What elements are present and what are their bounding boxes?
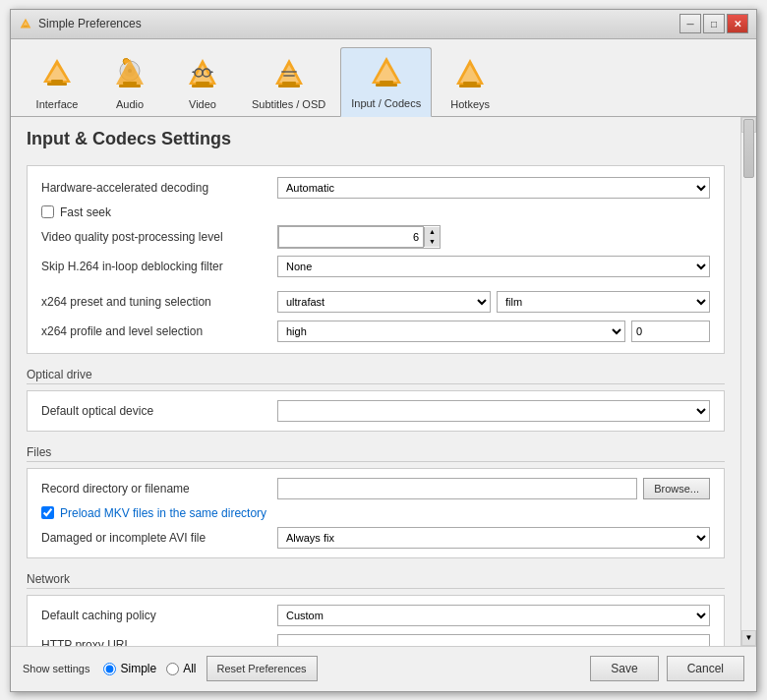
- scrollbar-down-arrow[interactable]: ▼: [741, 630, 756, 646]
- simple-radio[interactable]: [103, 663, 116, 675]
- files-section-header: Files: [27, 441, 725, 462]
- spin-down-button[interactable]: ▼: [424, 237, 440, 247]
- x264-preset-row: x264 preset and tuning selection ultrafa…: [41, 290, 710, 314]
- hardware-decoding-select[interactable]: Automatic: [277, 177, 710, 199]
- save-button[interactable]: Save: [590, 656, 658, 681]
- page-title: Input & Codecs Settings: [27, 129, 725, 149]
- maximize-button[interactable]: □: [703, 14, 725, 33]
- video-quality-row: Video quality post-processing level ▲ ▼: [41, 225, 710, 249]
- x264-level-input[interactable]: [631, 321, 710, 342]
- x264-preset-label: x264 preset and tuning selection: [41, 295, 277, 309]
- tab-video-label: Video: [189, 98, 216, 110]
- main-window: Simple Preferences ─ □ ✕ Interface: [10, 9, 757, 692]
- optical-section-header: Optical drive: [27, 364, 725, 384]
- x264-tuning-select[interactable]: film animation grain stillimage psnr ssi…: [497, 291, 710, 313]
- vlc-logo-icon: [19, 17, 32, 30]
- http-proxy-row: HTTP proxy URL: [41, 633, 710, 646]
- x264-preset-control: ultrafast superfast veryfast faster fast…: [277, 291, 710, 313]
- video-quality-spinner: ▲ ▼: [277, 225, 441, 249]
- video-quality-label: Video quality post-processing level: [41, 230, 277, 244]
- reset-preferences-button[interactable]: Reset Preferences: [206, 656, 318, 681]
- audio-tab-icon: [110, 55, 149, 94]
- damaged-avi-control: Always fix Ask Never fix: [277, 527, 710, 549]
- browse-button[interactable]: Browse...: [643, 478, 710, 499]
- window-title: Simple Preferences: [38, 17, 142, 30]
- spin-up-button[interactable]: ▲: [424, 227, 440, 237]
- tab-input-label: Input / Codecs: [351, 97, 421, 109]
- caching-policy-select[interactable]: Custom Lowest latency Low latency Normal…: [277, 605, 710, 626]
- svg-rect-11: [123, 82, 137, 85]
- svg-rect-12: [119, 85, 141, 88]
- scrollbar-thumb[interactable]: [743, 119, 754, 178]
- tab-input[interactable]: Input / Codecs: [340, 47, 432, 117]
- record-dir-control: Browse...: [277, 478, 710, 499]
- caching-policy-row: Default caching policy Custom Lowest lat…: [41, 604, 710, 627]
- close-button[interactable]: ✕: [727, 14, 748, 33]
- svg-rect-22: [282, 82, 296, 85]
- x264-preset-select[interactable]: ultrafast superfast veryfast faster fast…: [277, 291, 491, 313]
- x264-profile-inputs: baseline main high high10 high422 high44…: [277, 321, 710, 342]
- svg-rect-29: [376, 84, 397, 87]
- caching-policy-control: Custom Lowest latency Low latency Normal…: [277, 605, 710, 626]
- caching-policy-label: Default caching policy: [41, 609, 277, 622]
- x264-preset-selects: ultrafast superfast veryfast faster fast…: [277, 291, 710, 313]
- http-proxy-input[interactable]: [277, 634, 710, 646]
- skip-deblocking-row: Skip H.264 in-loop deblocking filter Non…: [41, 255, 710, 278]
- spin-buttons: ▲ ▼: [424, 227, 440, 247]
- scrollbar-track: ▲ ▼: [740, 117, 756, 646]
- svg-rect-15: [196, 82, 209, 85]
- hardware-decoding-control: Automatic: [277, 177, 710, 199]
- hardware-decoding-label: Hardware-accelerated decoding: [41, 181, 277, 195]
- svg-rect-32: [463, 82, 477, 85]
- skip-deblocking-control: None Non-ref Bidir Non-key All: [277, 256, 710, 277]
- preload-mkv-checkbox[interactable]: [41, 506, 54, 519]
- cancel-button[interactable]: Cancel: [667, 656, 744, 681]
- content-area: Input & Codecs Settings Hardware-acceler…: [11, 117, 756, 646]
- skip-deblocking-select[interactable]: None Non-ref Bidir Non-key All: [277, 256, 710, 277]
- all-radio[interactable]: [166, 663, 179, 675]
- http-proxy-label: HTTP proxy URL: [41, 638, 277, 646]
- default-optical-control: [277, 400, 710, 422]
- video-quality-input[interactable]: [278, 226, 424, 248]
- svg-rect-28: [380, 81, 393, 84]
- svg-rect-24: [281, 71, 297, 73]
- title-bar-left: Simple Preferences: [19, 17, 142, 30]
- minimize-button[interactable]: ─: [679, 14, 701, 33]
- bottom-left: Show settings Simple All Reset Preferenc…: [23, 656, 318, 681]
- svg-rect-25: [283, 75, 295, 77]
- interface-tab-icon: [37, 55, 77, 94]
- tab-audio[interactable]: Audio: [95, 48, 164, 116]
- subtitles-tab-icon: [269, 55, 309, 94]
- show-settings-label: Show settings: [23, 663, 89, 674]
- svg-rect-2: [23, 26, 28, 28]
- x264-profile-select[interactable]: baseline main high high10 high422 high44…: [277, 321, 625, 342]
- default-optical-row: Default optical device: [41, 399, 710, 423]
- settings-panel: Input & Codecs Settings Hardware-acceler…: [11, 117, 740, 646]
- tab-bar: Interface Audio: [11, 39, 756, 117]
- fast-seek-checkbox[interactable]: [41, 205, 54, 218]
- default-optical-select[interactable]: [277, 400, 710, 422]
- tab-interface-label: Interface: [36, 98, 79, 110]
- damaged-avi-row: Damaged or incomplete AVI file Always fi…: [41, 526, 710, 550]
- tab-hotkeys[interactable]: Hotkeys: [436, 48, 504, 116]
- tab-video[interactable]: Video: [168, 48, 237, 116]
- record-dir-input[interactable]: [277, 478, 637, 499]
- svg-rect-33: [459, 85, 481, 88]
- video-tab-icon: [183, 55, 222, 94]
- simple-radio-label: Simple: [120, 662, 156, 675]
- svg-rect-23: [278, 85, 300, 88]
- tab-audio-label: Audio: [116, 98, 144, 110]
- svg-rect-6: [47, 83, 67, 86]
- tab-subtitles[interactable]: Subtitles / OSD: [241, 48, 336, 116]
- x264-profile-row: x264 profile and level selection baselin…: [41, 320, 710, 343]
- hotkeys-tab-icon: [450, 55, 490, 94]
- tab-interface[interactable]: Interface: [23, 48, 91, 116]
- fast-seek-label: Fast seek: [60, 205, 111, 219]
- record-dir-row: Record directory or filename Browse...: [41, 477, 710, 500]
- preload-mkv-row: Preload MKV files in the same directory: [41, 506, 710, 520]
- network-section-header: Network: [27, 568, 725, 589]
- preload-mkv-label: Preload MKV files in the same directory: [60, 506, 266, 520]
- damaged-avi-select[interactable]: Always fix Ask Never fix: [277, 527, 710, 549]
- simple-radio-item: Simple: [103, 662, 156, 675]
- all-radio-label: All: [183, 662, 196, 675]
